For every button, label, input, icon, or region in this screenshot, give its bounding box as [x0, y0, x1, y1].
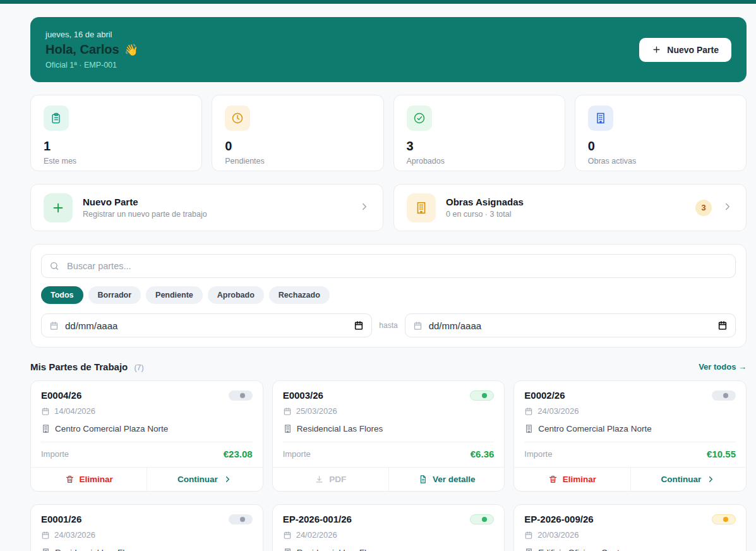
report-date-row: 24/03/2026 [524, 406, 736, 416]
trash-icon [548, 475, 558, 484]
stat-label: Aprobados [407, 157, 552, 166]
pdf-button[interactable]: PDF [273, 468, 388, 491]
building-icon [283, 548, 292, 551]
report-card-body: EP-2026-001/26 24/02/2026 Residencial La… [273, 505, 505, 551]
report-amount-row: Importe €23.08 [41, 442, 253, 467]
report-card-top: E0002/26 [524, 390, 736, 401]
calendar-icon [283, 531, 292, 540]
report-date: 14/04/2026 [54, 406, 95, 416]
report-date-row: 24/02/2026 [283, 530, 495, 540]
filter-chip-aprobado[interactable]: Aprobado [208, 286, 264, 304]
amount-label: Importe [283, 449, 311, 459]
quick-action-texts: Obras Asignadas 0 en curso · 3 total [446, 197, 685, 219]
date-range-row: dd/mm/aaaa hasta dd/mm/aaaa [41, 313, 736, 337]
reports-count: (7) [134, 363, 143, 372]
quick-action-texts: Nuevo Parte Registrar un nuevo parte de … [83, 197, 349, 219]
report-date-row: 14/04/2026 [41, 406, 253, 416]
continue-button[interactable]: Continuar [147, 468, 262, 491]
report-date: 24/03/2026 [537, 406, 579, 416]
new-report-button[interactable]: Nuevo Parte [639, 38, 731, 62]
search-wrap [41, 254, 736, 278]
quick-action-card[interactable]: Obras Asignadas 0 en curso · 3 total 3 [393, 184, 747, 231]
report-date-row: 20/03/2026 [524, 530, 736, 540]
building-icon [524, 548, 534, 551]
filter-chip-borrador[interactable]: Borrador [88, 286, 141, 304]
status-dot-icon [723, 393, 728, 398]
delete-button[interactable]: Eliminar [31, 468, 147, 491]
stat-card: 0 Obras activas [575, 95, 747, 171]
status-dot-icon [482, 517, 487, 522]
stat-label: Pendientes [225, 157, 370, 166]
report-code: EP-2026-009/26 [524, 514, 593, 524]
status-dot-icon [482, 393, 487, 398]
filter-chip-rechazado[interactable]: Rechazado [269, 286, 330, 304]
quick-action-subtitle: 0 en curso · 3 total [446, 210, 685, 219]
stat-value: 3 [407, 139, 552, 154]
amount-value: €6.36 [471, 449, 495, 459]
report-site-row: Centro Comercial Plaza Norte [524, 424, 736, 433]
report-card: EP-2026-009/26 20/03/2026 Edificio Ofici… [513, 504, 747, 551]
stat-value: 1 [44, 139, 189, 154]
amount-value: €23.08 [224, 449, 253, 459]
document-icon [418, 475, 428, 484]
filter-chip-todos[interactable]: Todos [41, 286, 83, 304]
quick-actions-row: Nuevo Parte Registrar un nuevo parte de … [30, 184, 747, 231]
clipboard-icon [44, 106, 69, 131]
delete-button[interactable]: Eliminar [514, 468, 630, 491]
date-range-separator: hasta [379, 321, 397, 330]
date-picker-icon[interactable] [354, 320, 364, 330]
employee-role: Oficial 1ª · EMP-001 [45, 61, 138, 70]
status-pill [470, 514, 494, 524]
report-card-footer: PDFVer detalle [273, 467, 505, 491]
report-amount-row: Importe €10.55 [524, 442, 736, 467]
status-dot-icon [240, 517, 245, 522]
stat-card: 3 Aprobados [393, 95, 565, 171]
report-code: EP-2026-001/26 [283, 514, 352, 524]
status-filter-chips: TodosBorradorPendienteAprobadoRechazado [41, 286, 736, 304]
search-input[interactable] [41, 254, 736, 278]
report-card-body: E0003/26 25/03/2026 Residencial Las Flor… [273, 381, 505, 467]
quick-action-subtitle: Registrar un nuevo parte de trabajo [83, 210, 349, 219]
report-code: E0003/26 [283, 390, 323, 401]
filter-chip-pendiente[interactable]: Pendiente [146, 286, 203, 304]
chevron-right-icon [722, 201, 733, 215]
report-card-top: EP-2026-009/26 [524, 514, 736, 524]
report-card-body: EP-2026-009/26 20/03/2026 Edificio Ofici… [514, 505, 746, 551]
quick-action-card[interactable]: Nuevo Parte Registrar un nuevo parte de … [30, 184, 383, 231]
date-from-field[interactable]: dd/mm/aaaa [41, 313, 372, 337]
report-date-row: 24/03/2026 [41, 530, 253, 540]
continue-button[interactable]: Continuar [630, 468, 746, 491]
wave-emoji-icon: 👋 [124, 43, 138, 57]
report-card-body: E0001/26 24/03/2026 Residencial Las Flor… [31, 505, 263, 551]
report-date: 25/03/2026 [296, 406, 337, 416]
stat-label: Obras activas [588, 157, 733, 166]
detail-button[interactable]: Ver detalle [388, 468, 504, 491]
report-code: E0002/26 [524, 390, 565, 401]
report-card-footer: EliminarContinuar [514, 467, 746, 491]
view-all-link[interactable]: Ver todos → [699, 362, 747, 372]
calendar-icon [41, 407, 50, 416]
report-card: E0001/26 24/03/2026 Residencial Las Flor… [30, 504, 263, 551]
report-site: Centro Comercial Plaza Norte [538, 424, 651, 433]
status-pill [229, 391, 253, 401]
detail-button-label: Ver detalle [433, 475, 476, 484]
date-picker-icon[interactable] [717, 320, 728, 330]
report-card-top: E0001/26 [41, 514, 253, 524]
reports-section-header: Mis Partes de Trabajo (7) Ver todos → [30, 361, 747, 372]
stat-card: 1 Este mes [30, 95, 202, 171]
status-pill [712, 514, 736, 524]
report-card: E0004/26 14/04/2026 Centro Comercial Pla… [30, 380, 263, 492]
report-site-row: Residencial Las Flores [41, 548, 253, 551]
continue-button-label: Continuar [661, 475, 701, 484]
delete-button-label: Eliminar [563, 475, 596, 484]
report-date: 24/02/2026 [296, 530, 337, 540]
date-to-field[interactable]: dd/mm/aaaa [405, 313, 736, 337]
chevron-right-icon [359, 201, 370, 215]
continue-button-label: Continuar [177, 475, 218, 484]
calendar-icon [49, 321, 59, 330]
report-card-footer: EliminarContinuar [31, 467, 263, 491]
report-card-body: E0002/26 24/03/2026 Centro Comercial Pla… [514, 381, 746, 467]
status-pill [229, 514, 253, 524]
search-icon [49, 261, 59, 271]
report-amount-row: Importe €6.36 [283, 442, 495, 467]
